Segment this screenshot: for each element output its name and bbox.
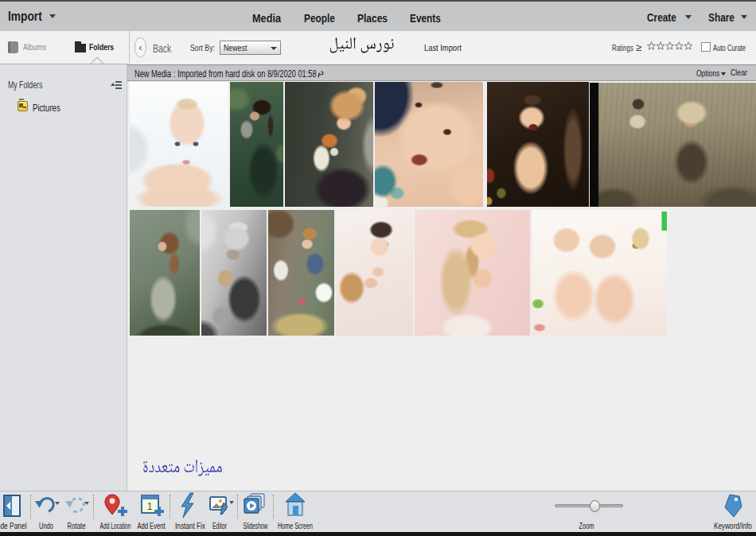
svg-text:1: 1 — [146, 500, 152, 512]
